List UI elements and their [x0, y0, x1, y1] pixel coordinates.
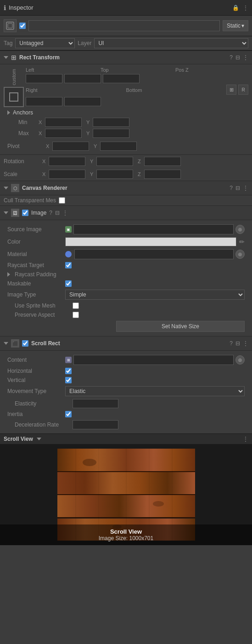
- scroll-rect-active-checkbox[interactable]: [22, 340, 28, 347]
- maskable-checkbox[interactable]: [65, 280, 72, 287]
- static-button[interactable]: Static ▾: [223, 20, 248, 31]
- pivot-y-input[interactable]: 0.5: [100, 142, 137, 151]
- set-native-size-button[interactable]: Set Native Size: [116, 321, 245, 332]
- horizontal-checkbox[interactable]: [65, 368, 72, 374]
- canvas-help-icon[interactable]: ?: [230, 185, 233, 191]
- pivot-x-input[interactable]: 0.5: [52, 142, 89, 151]
- object-active-checkbox[interactable]: [19, 23, 26, 29]
- deceleration-rate-input[interactable]: 0.135: [73, 420, 118, 429]
- left-input[interactable]: 239.4829: [26, 74, 62, 83]
- rect-fields-col: Left Top Pos Z 239.4829 73.60733 0 Right: [26, 67, 248, 108]
- source-image-input[interactable]: wood: [73, 224, 234, 234]
- more-icon[interactable]: ⋮: [243, 5, 248, 11]
- material-input[interactable]: Sprites-Default: [74, 249, 234, 259]
- inspector-icon: ℹ: [4, 4, 6, 11]
- canvas-renderer-section-header[interactable]: ⬡ Canvas Renderer ? ⊟ ⋮: [0, 181, 252, 195]
- content-picker-btn[interactable]: ◎: [235, 355, 245, 365]
- top-input[interactable]: 73.60733: [64, 74, 101, 83]
- elasticity-row: Elasticity 0.1: [4, 398, 248, 410]
- cull-label: Cull Transparent Mes: [4, 197, 56, 204]
- pivot-x-field: X 0.5: [46, 142, 89, 151]
- horizontal-label: Horizontal: [7, 368, 62, 374]
- max-x-field: X 0.97: [39, 129, 82, 138]
- object-header: Scroll View Static ▾: [0, 16, 252, 36]
- top-bar-actions: 🔒 ⋮: [232, 5, 248, 11]
- preserve-aspect-checkbox[interactable]: [73, 312, 79, 318]
- max-y-field: Y 0.84: [86, 129, 129, 138]
- rot-y-input[interactable]: 0: [96, 157, 133, 166]
- scroll-rect-collapse-icon: [4, 342, 8, 345]
- top-bar: ℹ Inspector 🔒 ⋮: [0, 0, 252, 16]
- raycast-padding-row[interactable]: Raycast Padding: [4, 270, 248, 279]
- posz-input[interactable]: 0: [103, 74, 140, 83]
- cull-checkbox[interactable]: [59, 197, 65, 204]
- scroll-rect-section-header[interactable]: ⬛ Scroll Rect ? ⊟ ⋮: [0, 336, 252, 351]
- image-active-checkbox[interactable]: [22, 210, 28, 216]
- inertia-checkbox[interactable]: [65, 411, 72, 417]
- color-picker-icon[interactable]: ✏: [239, 238, 245, 245]
- image-more-icon[interactable]: ⋮: [62, 210, 68, 216]
- rect-transform-section-header[interactable]: ⊞ Rect Transform ? ⊟ ⋮: [0, 51, 252, 64]
- lock-icon[interactable]: 🔒: [232, 5, 239, 11]
- image-sliders-icon[interactable]: ⊟: [55, 210, 60, 216]
- use-sprite-mesh-checkbox[interactable]: [73, 302, 79, 309]
- static-dropdown-icon: ▾: [241, 23, 244, 29]
- content-icon: ⊞: [65, 357, 72, 363]
- anchors-toggle[interactable]: Anchors: [7, 109, 245, 116]
- scroll-rect-more-icon[interactable]: ⋮: [243, 340, 248, 347]
- material-picker-btn[interactable]: ◎: [235, 250, 245, 259]
- scroll-rect-help-icon[interactable]: ?: [230, 340, 233, 347]
- canvas-icon: ⬡: [11, 184, 19, 192]
- max-x-input[interactable]: 0.97: [45, 129, 82, 138]
- rot-x-input[interactable]: 0: [49, 157, 85, 166]
- min-x-input[interactable]: 0.07: [45, 118, 82, 127]
- scale-z-input[interactable]: 1: [144, 170, 181, 179]
- wood-caption-title: Scroll View: [4, 528, 248, 535]
- preview-collapse-icon: [37, 438, 41, 440]
- vertical-checkbox[interactable]: [65, 377, 72, 383]
- right-input[interactable]: 269.5171: [26, 97, 62, 106]
- content-input[interactable]: Content (Rect Transform): [73, 355, 234, 365]
- rect-help-icon[interactable]: ?: [230, 54, 233, 61]
- rot-z-input[interactable]: 0: [144, 157, 181, 166]
- source-image-picker-btn[interactable]: ◎: [235, 225, 245, 234]
- scale-x-input[interactable]: 1.4: [49, 170, 85, 179]
- scale-z-field: Z 1: [138, 170, 181, 179]
- rect-anchor-box: [4, 87, 24, 107]
- image-section-header[interactable]: 🖼 Image ? ⊟ ⋮: [0, 205, 252, 220]
- maskable-label: Maskable: [7, 280, 62, 287]
- content-field: ⊞ Content (Rect Transform) ◎: [65, 355, 245, 365]
- rect-sliders-icon[interactable]: ⊟: [235, 54, 240, 61]
- image-type-select[interactable]: Simple: [65, 290, 245, 300]
- rect-grid-btn[interactable]: ⊞: [226, 85, 236, 95]
- rect-box-inner: [9, 92, 18, 102]
- canvas-renderer-title: Canvas Renderer: [22, 185, 227, 191]
- scroll-rect-sliders-icon[interactable]: ⊟: [235, 340, 240, 347]
- scale-x-axis: X: [42, 171, 48, 177]
- max-x-axis: X: [39, 131, 44, 136]
- color-row: Color ✏: [4, 236, 248, 248]
- anchors-collapse-icon: [7, 110, 10, 115]
- color-field[interactable]: [65, 237, 236, 246]
- canvas-sliders-icon[interactable]: ⊟: [235, 185, 240, 191]
- rect-r-btn[interactable]: R: [238, 85, 248, 95]
- canvas-more-icon[interactable]: ⋮: [243, 185, 248, 191]
- min-y-input[interactable]: 0.24: [93, 118, 129, 127]
- scroll-view-preview-header[interactable]: Scroll View ⋮: [0, 433, 252, 444]
- bottom-input[interactable]: 34.39267: [64, 97, 101, 106]
- image-help-icon[interactable]: ?: [49, 210, 52, 216]
- tag-select[interactable]: Untagged: [15, 38, 75, 48]
- rect-more-icon[interactable]: ⋮: [243, 54, 248, 61]
- scroll-rect-content: Content ⊞ Content (Rect Transform) ◎ Hor…: [0, 351, 252, 433]
- layer-select[interactable]: UI: [94, 38, 248, 48]
- preview-more-icon[interactable]: ⋮: [243, 436, 248, 442]
- object-name-input[interactable]: Scroll View: [28, 20, 220, 31]
- scale-y-input[interactable]: 1.2: [96, 170, 133, 179]
- movement-type-select[interactable]: Elastic: [65, 386, 245, 396]
- top-label: Top: [101, 67, 119, 73]
- max-y-input[interactable]: 0.84: [93, 129, 129, 138]
- elasticity-label: Elasticity: [15, 400, 70, 407]
- elasticity-input[interactable]: 0.1: [73, 399, 118, 408]
- rect-values-1: 239.4829 73.60733 0: [26, 74, 248, 83]
- raycast-target-checkbox[interactable]: [65, 262, 72, 268]
